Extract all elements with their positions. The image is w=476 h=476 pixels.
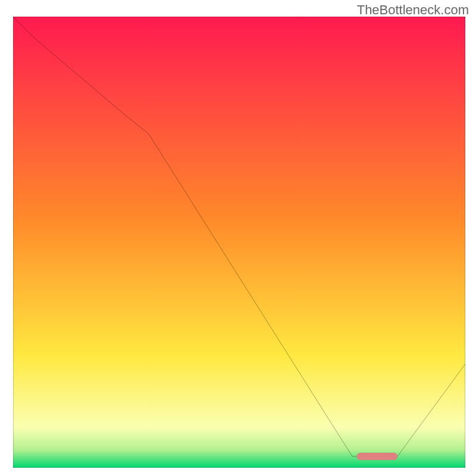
chart-svg: [13, 17, 465, 468]
minimum-marker: [357, 453, 397, 460]
watermark-text: TheBottleneck.com: [357, 2, 469, 18]
chart-plot-area: [13, 17, 465, 468]
chart-background-gradient: [13, 17, 465, 468]
